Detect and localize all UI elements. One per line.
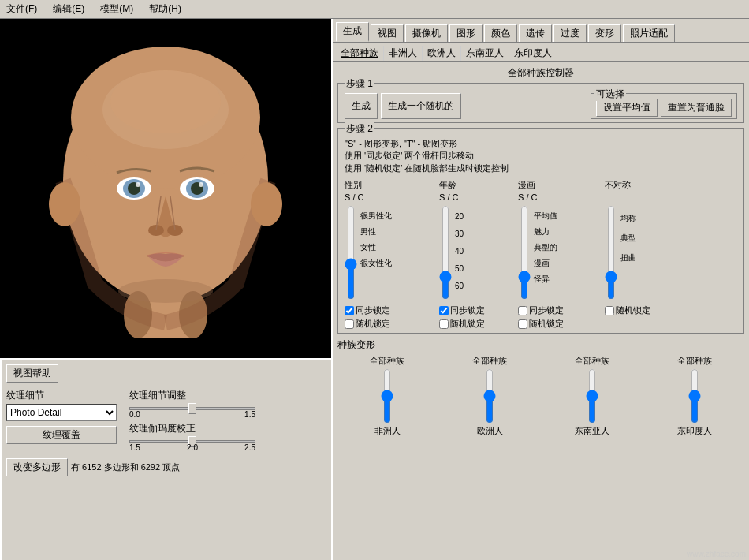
texture-cover-button[interactable]: 纹理覆盖 [6,426,117,444]
tab-deform[interactable]: 变形 [588,24,621,42]
age-tick-5: 60 [455,278,464,295]
rand-gender-check[interactable] [345,319,354,329]
view-help-button[interactable]: 视图帮助 [6,364,58,383]
gender-header: 性别 [345,179,439,191]
step2-box: 步骤 2 "S" - 图形变形, "T" - 贴图变形 使用 '同步锁定' 两个… [337,128,744,334]
tab-transition[interactable]: 过度 [553,24,587,42]
asymmetry-slider[interactable] [605,205,617,300]
race-var-top-2: 全部种族 [575,355,609,367]
svg-point-14 [199,182,203,187]
rand-cartoon-check[interactable] [518,319,527,329]
slider2-max: 2.5 [244,443,255,452]
cartoon-val-3: 典型的 [534,240,557,256]
gender-val-4: 很女性化 [360,256,392,271]
race-var-slider-1[interactable] [483,368,496,424]
generate-random-button[interactable]: 生成一个随机的 [381,93,461,119]
gender-val-1: 很男性化 [360,208,392,224]
cartoon-val-4: 漫画 [534,256,557,271]
slider2-min2: 2.0 [187,443,198,452]
race-var-slider-3[interactable] [688,368,701,424]
race-var-col-1: 全部种族 欧洲人 [440,355,539,437]
sync-age-check[interactable] [439,306,449,315]
optional-label: 可选择 [594,88,626,101]
sync-age-label: 同步锁定 [450,304,485,316]
svg-point-18 [49,182,80,226]
race-tab-all[interactable]: 全部种族 [336,46,384,61]
race-var-top-3: 全部种族 [677,355,712,367]
menu-model[interactable]: 模型(M) [97,2,136,17]
tab-color[interactable]: 颜色 [484,24,517,42]
menu-help[interactable]: 帮助(H) [146,2,184,17]
svg-point-17 [118,279,213,303]
race-var-col-2: 全部种族 东南亚人 [542,355,642,437]
race-tab-european[interactable]: 欧洲人 [423,46,461,61]
age-header: 年龄 [439,179,518,191]
svg-point-20 [110,70,221,133]
texture-adjust-slider[interactable] [129,407,255,410]
age-sub: S / C [439,192,518,202]
race-var-slider-2[interactable] [586,368,598,424]
cartoon-header: 漫画 [518,179,605,191]
race-var-bottom-3: 东印度人 [677,425,712,437]
main-tab-bar: 生成 视图 摄像机 图形 颜色 遗传 过度 变形 照片适配 [333,19,749,43]
race-var-slider-0[interactable] [381,368,393,424]
tab-shape[interactable]: 图形 [449,24,483,42]
cartoon-val-5: 怪异 [534,271,557,287]
cartoon-slider[interactable] [518,205,531,300]
sync-gender-check[interactable] [345,306,354,315]
texture-gamma-label: 纹理伽玛度校正 [129,422,326,435]
rand-gender-label: 随机锁定 [356,318,390,330]
menu-file[interactable]: 文件(F) [3,2,40,17]
rand-cartoon-label: 随机锁定 [529,318,564,330]
change-polygon-button[interactable]: 改变多边形 [6,458,68,476]
rand-age-check[interactable] [439,319,449,329]
tab-camera[interactable]: 摄像机 [405,24,448,42]
step2-instructions: "S" - 图形变形, "T" - 贴图变形 使用 '同步锁定' 两个滑杆同步移… [345,138,737,174]
sync-cartoon-label: 同步锁定 [529,304,564,316]
race-variation-label: 种族变形 [337,338,744,352]
step1-label: 步骤 1 [345,77,374,91]
left-panel: 视图帮助 纹理细节 Photo Detail 纹理覆盖 纹理细节调整 [0,19,331,560]
asymmetry-header: 不对称 [605,179,684,191]
face-3d [16,23,315,354]
race-var-bottom-0: 非洲人 [374,425,401,437]
cartoon-val-1: 平均值 [534,208,557,224]
set-average-button[interactable]: 设置平均值 [596,99,658,117]
menu-edit[interactable]: 编辑(E) [50,2,88,17]
race-var-bottom-1: 欧洲人 [477,425,503,437]
race-variation-section: 种族变形 全部种族 非洲人 全部种族 欧洲人 [337,338,744,437]
race-tab-bar: 全部种族 非洲人 欧洲人 东南亚人 东印度人 [333,43,749,62]
svg-point-19 [251,182,282,226]
tab-generate[interactable]: 生成 [336,22,369,42]
gender-slider[interactable] [345,205,357,300]
generate-button[interactable]: 生成 [345,93,378,119]
cartoon-sub: S / C [518,192,605,202]
gender-val-2: 男性 [360,224,392,240]
tab-photo-fit[interactable]: 照片适配 [623,24,675,42]
tab-view[interactable]: 视图 [371,24,404,42]
age-slider[interactable] [439,205,452,300]
race-tab-east-indian[interactable]: 东印度人 [509,46,557,61]
gender-sub: S / C [345,192,439,202]
race-var-top-0: 全部种族 [370,355,404,367]
step1-box: 步骤 1 生成 生成一个随机的 可选择 设置平均值 重置为普通脸 [337,83,744,123]
race-tab-african[interactable]: 非洲人 [384,46,423,61]
rand-age-label: 随机锁定 [450,318,485,330]
sync-cartoon-check[interactable] [518,306,527,315]
race-var-bottom-2: 东南亚人 [575,425,609,437]
texture-detail-dropdown[interactable]: Photo Detail [6,404,117,421]
cartoon-val-2: 魅力 [534,224,557,240]
tab-genetics[interactable]: 遗传 [519,24,552,42]
race-var-top-1: 全部种族 [472,355,507,367]
asym-val-2: 典型 [620,228,636,248]
face-viewport [0,19,331,358]
race-tab-southeast-asian[interactable]: 东南亚人 [461,46,509,61]
asym-val-1: 均称 [620,208,636,228]
reset-plain-button[interactable]: 重置为普通脸 [661,99,732,117]
texture-adjust-label: 纹理细节调整 [129,389,326,402]
rand-asym-check[interactable] [605,306,614,315]
step2-label: 步骤 2 [345,122,374,136]
menu-bar: 文件(F) 编辑(E) 模型(M) 帮助(H) [0,0,749,19]
sync-gender-label: 同步锁定 [356,304,390,316]
age-tick-1: 20 [455,208,464,226]
